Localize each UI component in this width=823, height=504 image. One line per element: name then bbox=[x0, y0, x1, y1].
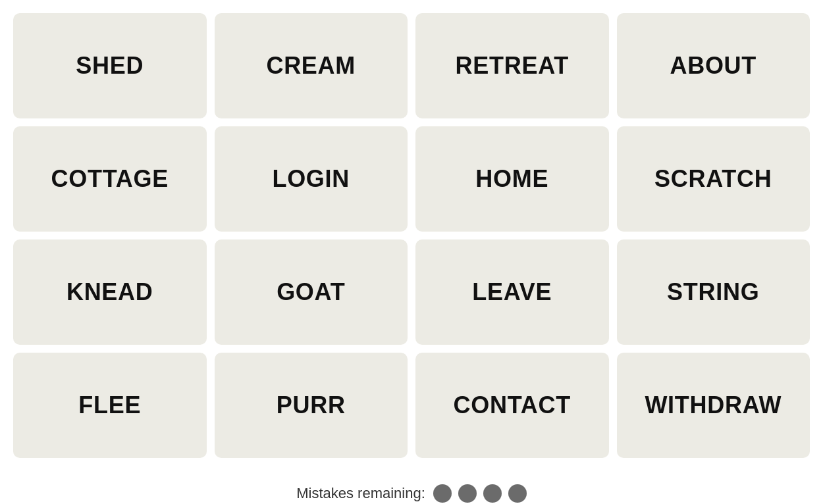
cell-label-leave: LEAVE bbox=[472, 278, 552, 306]
grid-cell-goat[interactable]: GOAT bbox=[215, 239, 408, 345]
grid-cell-login[interactable]: LOGIN bbox=[215, 126, 408, 232]
grid-cell-withdraw[interactable]: WITHDRAW bbox=[617, 353, 810, 458]
cell-label-knead: KNEAD bbox=[66, 278, 153, 306]
cell-label-about: ABOUT bbox=[670, 52, 757, 80]
cell-label-shed: SHED bbox=[76, 52, 144, 80]
dot-container bbox=[433, 484, 527, 503]
cell-label-withdraw: WITHDRAW bbox=[645, 391, 782, 419]
grid-cell-cream[interactable]: CREAM bbox=[215, 13, 408, 118]
cell-label-goat: GOAT bbox=[277, 278, 345, 306]
grid-cell-shed[interactable]: SHED bbox=[13, 13, 207, 118]
grid-cell-knead[interactable]: KNEAD bbox=[13, 239, 207, 345]
mistake-dot-4 bbox=[508, 484, 527, 503]
cell-label-cream: CREAM bbox=[266, 52, 356, 80]
cell-label-home: HOME bbox=[475, 165, 548, 193]
grid-cell-contact[interactable]: CONTACT bbox=[415, 353, 609, 458]
mistakes-label: Mistakes remaining: bbox=[296, 485, 425, 502]
grid-cell-purr[interactable]: PURR bbox=[215, 353, 408, 458]
grid-cell-cottage[interactable]: COTTAGE bbox=[13, 126, 207, 232]
cell-label-retreat: RETREAT bbox=[456, 52, 569, 80]
grid-cell-leave[interactable]: LEAVE bbox=[415, 239, 609, 345]
cell-label-login: LOGIN bbox=[272, 165, 350, 193]
word-grid: SHEDCREAMRETREATABOUTCOTTAGELOGINHOMESCR… bbox=[13, 13, 810, 458]
grid-cell-retreat[interactable]: RETREAT bbox=[415, 13, 609, 118]
cell-label-flee: FLEE bbox=[78, 391, 141, 419]
cell-label-cottage: COTTAGE bbox=[51, 165, 169, 193]
mistake-dot-2 bbox=[458, 484, 477, 503]
cell-label-purr: PURR bbox=[277, 391, 346, 419]
grid-cell-string[interactable]: STRING bbox=[617, 239, 810, 345]
mistake-dot-1 bbox=[433, 484, 452, 503]
grid-cell-home[interactable]: HOME bbox=[415, 126, 609, 232]
grid-cell-scratch[interactable]: SCRATCH bbox=[617, 126, 810, 232]
cell-label-scratch: SCRATCH bbox=[654, 165, 772, 193]
grid-cell-flee[interactable]: FLEE bbox=[13, 353, 207, 458]
cell-label-contact: CONTACT bbox=[454, 391, 571, 419]
cell-label-string: STRING bbox=[667, 278, 759, 306]
mistake-dot-3 bbox=[483, 484, 502, 503]
mistakes-row: Mistakes remaining: bbox=[296, 484, 527, 503]
grid-cell-about[interactable]: ABOUT bbox=[617, 13, 810, 118]
